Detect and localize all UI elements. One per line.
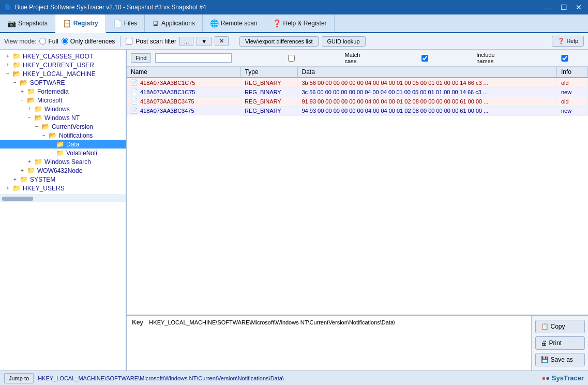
tree-item-hkey-classes-root[interactable]: + 📁 HKEY_CLASSES_ROOT — [0, 52, 126, 61]
jump-to-button[interactable]: Jump to — [4, 373, 34, 383]
expand-current-version[interactable]: − — [33, 124, 40, 129]
include-keys-checkbox[interactable] — [513, 55, 588, 62]
view-mode-full-radio[interactable] — [39, 38, 46, 45]
tab-files[interactable]: 📄 Files — [106, 14, 145, 32]
main-content: + 📁 HKEY_CLASSES_ROOT + 📁 HKEY_CURRENT_U… — [0, 50, 588, 371]
expand-hkey-local-machine[interactable]: − — [4, 71, 11, 77]
match-case-group: Match case — [240, 52, 371, 64]
col-header-type[interactable]: Type — [240, 67, 297, 78]
guid-lookup-button[interactable]: GUID lookup — [322, 36, 366, 47]
view-mode-full-group: Full — [39, 38, 58, 45]
clear-filter-button[interactable]: ✕ — [215, 36, 229, 46]
tree-scroll-thumb[interactable] — [2, 197, 33, 201]
tab-help-register[interactable]: ❓ Help & Register — [265, 14, 335, 32]
expand-hkey-classes-root[interactable]: + — [4, 53, 11, 59]
folder-icon-current-version: 📂 — [41, 123, 50, 130]
tree-item-windows-nt[interactable]: − 📂 Windows NT — [0, 113, 126, 122]
filter-button[interactable]: ▼ — [197, 37, 212, 46]
table-row[interactable]: 📄 418A073AA3BC1C75 REG_BINARY 3b 56 00 0… — [127, 78, 588, 87]
folder-icon-windows: 📁 — [34, 105, 42, 113]
folder-icon-volatile-noti: 📁 — [56, 149, 64, 157]
cell-type: REG_BINARY — [240, 87, 297, 97]
tree-label-windows-search: Windows Search — [44, 158, 91, 166]
tab-applications[interactable]: 🖥 Applications — [145, 14, 203, 32]
view-export-button[interactable]: View\export differences list — [239, 36, 318, 47]
post-scan-filter-checkbox[interactable] — [126, 38, 132, 45]
expand-windows-nt[interactable]: − — [26, 115, 33, 121]
minimize-button[interactable]: — — [543, 3, 554, 11]
copy-label: Copy — [551, 323, 565, 330]
tree-item-fortemedia[interactable]: + 📁 Fortemedia — [0, 87, 126, 96]
help-button[interactable]: ❓ Help — [552, 36, 584, 47]
tree-item-system[interactable]: + 📁 SYSTEM — [0, 175, 126, 184]
expand-data[interactable] — [48, 141, 55, 147]
tree-label-hkey-current-user: HKEY_CURRENT_USER — [23, 62, 94, 69]
cell-info: new — [557, 106, 588, 115]
cell-type: REG_BINARY — [240, 106, 297, 115]
title-bar: 🔵 Blue Project Software SysTracer v2.10 … — [0, 0, 588, 14]
help-tab-label: Help & Register — [283, 20, 327, 27]
expand-system[interactable]: + — [11, 176, 19, 182]
tab-registry[interactable]: 📋 Registry — [55, 14, 106, 33]
post-scan-filter-label: Post scan filter — [135, 38, 176, 45]
search-input[interactable] — [155, 53, 232, 63]
expand-notifications[interactable]: − — [40, 132, 48, 138]
tree-item-wow6432node[interactable]: + 📁 WOW6432Node — [0, 166, 126, 175]
cell-name: 📄 418A073AA3BC3475 — [127, 97, 240, 106]
tree-item-hkey-current-user[interactable]: + 📁 HKEY_CURRENT_USER — [0, 61, 126, 69]
cell-name: 📄 418A073AA3BC1C75 — [127, 78, 240, 87]
tree-item-current-version[interactable]: − 📂 CurrentVersion — [0, 122, 126, 131]
dots-button[interactable]: ... — [179, 37, 193, 46]
view-mode-diff-radio[interactable] — [62, 38, 68, 45]
folder-icon-system: 📁 — [20, 175, 28, 183]
cell-data: 94 93 00 00 00 00 00 00 04 00 04 00 01 0… — [297, 106, 557, 115]
expand-volatile-noti[interactable] — [48, 150, 55, 156]
tab-remote-scan[interactable]: 🌐 Remote scan — [203, 14, 265, 32]
expand-windows[interactable]: + — [26, 106, 33, 112]
table-row[interactable]: 📄 418A073AA3BC3475 REG_BINARY 91 93 00 0… — [127, 97, 588, 106]
folder-icon-notifications: 📂 — [49, 131, 57, 139]
status-path: HKEY_LOCAL_MACHINE\SOFTWARE\Microsoft\Wi… — [38, 375, 284, 381]
expand-software[interactable]: − — [11, 80, 19, 85]
close-button[interactable]: ✕ — [574, 3, 584, 11]
app-icon: 🔵 — [4, 4, 12, 11]
save-as-button[interactable]: 💾 Save as — [535, 353, 585, 366]
expand-hkey-current-user[interactable]: + — [4, 62, 11, 68]
table-row[interactable]: 📄 418A073AA3BC1C75 REG_BINARY 3c 56 00 0… — [127, 87, 588, 97]
tree-item-notifications[interactable]: − 📂 Notifications — [0, 131, 126, 140]
tree-item-volatile-noti[interactable]: 📁 VolatileNoti — [0, 149, 126, 157]
tree-item-windows-search[interactable]: + 📁 Windows Search — [0, 157, 126, 166]
tree-item-windows[interactable]: + 📁 Windows — [0, 105, 126, 113]
col-header-info[interactable]: Info — [557, 67, 588, 78]
tree-label-wow6432node: WOW6432Node — [37, 167, 82, 174]
tree-item-microsoft[interactable]: − 📂 Microsoft — [0, 96, 126, 105]
expand-wow6432node[interactable]: + — [19, 168, 26, 173]
maximize-button[interactable]: ☐ — [559, 3, 569, 11]
folder-icon-microsoft: 📂 — [27, 96, 35, 104]
tab-snapshots[interactable]: 📷 Snapshots — [0, 14, 55, 32]
expand-windows-search[interactable]: + — [26, 159, 33, 165]
remote-scan-tab-label: Remote scan — [221, 20, 258, 27]
folder-icon-fortemedia: 📁 — [27, 87, 35, 95]
tree-label-data: Data — [66, 141, 79, 148]
tree-horizontal-scrollbar[interactable] — [0, 195, 126, 202]
match-case-checkbox[interactable] — [240, 55, 343, 62]
toolbar-sep-1 — [120, 36, 120, 47]
copy-button[interactable]: 📋 Copy — [535, 320, 585, 333]
find-button[interactable]: Find — [131, 53, 151, 63]
expand-microsoft[interactable]: − — [19, 97, 26, 103]
view-mode-full-label: Full — [48, 38, 58, 45]
tree-item-software[interactable]: − 📂 SOFTWARE — [0, 78, 126, 87]
col-header-data[interactable]: Data — [297, 67, 557, 78]
col-header-name[interactable]: Name — [127, 67, 240, 78]
tree-label-software: SOFTWARE — [30, 79, 65, 86]
tree-item-hkey-local-machine[interactable]: − 📂 HKEY_LOCAL_MACHINE — [0, 69, 126, 78]
tree-item-data[interactable]: 📁 Data — [0, 140, 126, 149]
expand-fortemedia[interactable]: + — [19, 88, 26, 94]
table-row[interactable]: 📄 418A073AA3BC3475 REG_BINARY 94 93 00 0… — [127, 106, 588, 115]
tree-item-hkey-users[interactable]: + 📁 HKEY_USERS — [0, 184, 126, 192]
expand-hkey-users[interactable]: + — [4, 185, 11, 191]
title-bar-controls: — ☐ ✕ — [543, 3, 584, 11]
include-names-checkbox[interactable] — [375, 55, 475, 62]
print-button[interactable]: 🖨 Print — [535, 336, 585, 350]
